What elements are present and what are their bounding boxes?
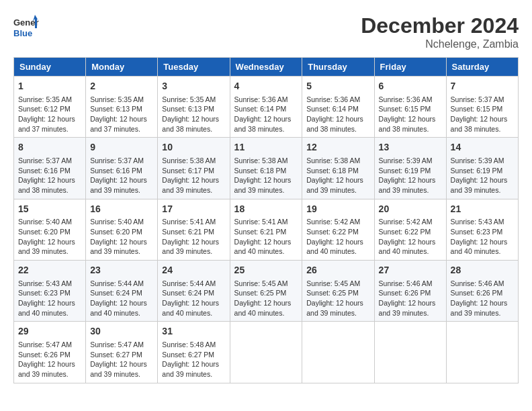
calendar-week-row: 15Sunrise: 5:40 AMSunset: 6:20 PMDayligh… [14,199,519,260]
sunset-text: Sunset: 6:14 PM [306,105,359,113]
daylight-text: Daylight: 12 hours and 40 minutes. [90,299,147,317]
daylight-text: Daylight: 12 hours and 40 minutes. [451,238,508,256]
daylight-text: Daylight: 12 hours and 40 minutes. [162,299,219,317]
calendar-cell: 19Sunrise: 5:42 AMSunset: 6:22 PMDayligh… [302,199,374,260]
day-number: 10 [162,141,225,154]
sunset-text: Sunset: 6:18 PM [306,167,359,175]
sunrise-text: Sunrise: 5:45 AM [306,279,360,287]
calendar-cell: 8Sunrise: 5:37 AMSunset: 6:16 PMDaylight… [14,138,86,199]
logo-svg: General Blue [13,13,39,40]
calendar-cell: 27Sunrise: 5:46 AMSunset: 6:26 PMDayligh… [374,261,446,322]
sunrise-text: Sunrise: 5:37 AM [451,95,504,103]
daylight-text: Daylight: 12 hours and 37 minutes. [90,115,147,133]
calendar-cell: 16Sunrise: 5:40 AMSunset: 6:20 PMDayligh… [86,199,158,260]
sunrise-text: Sunrise: 5:43 AM [451,218,504,226]
daylight-text: Daylight: 12 hours and 39 minutes. [18,360,75,378]
calendar-day-header: Monday [86,58,158,77]
calendar-week-row: 29Sunrise: 5:47 AMSunset: 6:26 PMDayligh… [14,322,519,383]
daylight-text: Daylight: 12 hours and 39 minutes. [234,176,292,194]
day-number: 18 [234,203,298,216]
calendar-cell: 11Sunrise: 5:38 AMSunset: 6:18 PMDayligh… [230,138,302,199]
day-number: 3 [162,80,225,93]
calendar-cell: 15Sunrise: 5:40 AMSunset: 6:20 PMDayligh… [14,199,86,260]
daylight-text: Daylight: 12 hours and 39 minutes. [90,360,147,378]
day-number: 13 [379,141,442,154]
day-number: 29 [18,325,81,338]
title-area: December 2024 Nchelenge, Zambia [361,13,519,50]
calendar-day-header: Thursday [302,58,374,77]
day-number: 6 [379,80,442,93]
sunrise-text: Sunrise: 5:35 AM [18,95,72,103]
day-number: 17 [162,203,225,216]
calendar-cell: 3Sunrise: 5:35 AMSunset: 6:13 PMDaylight… [158,77,230,138]
calendar-cell [230,322,302,383]
sunrise-text: Sunrise: 5:38 AM [162,156,216,165]
calendar-cell: 6Sunrise: 5:36 AMSunset: 6:15 PMDaylight… [374,77,446,138]
calendar-body: 1Sunrise: 5:35 AMSunset: 6:12 PMDaylight… [14,77,519,383]
calendar-cell: 10Sunrise: 5:38 AMSunset: 6:17 PMDayligh… [158,138,230,199]
calendar-cell: 12Sunrise: 5:38 AMSunset: 6:18 PMDayligh… [302,138,374,199]
sunrise-text: Sunrise: 5:46 AM [379,279,433,287]
calendar-cell: 9Sunrise: 5:37 AMSunset: 6:16 PMDaylight… [86,138,158,199]
sunset-text: Sunset: 6:27 PM [162,351,214,359]
calendar-day-header: Sunday [14,58,86,77]
daylight-text: Daylight: 12 hours and 40 minutes. [18,299,75,317]
daylight-text: Daylight: 12 hours and 40 minutes. [234,299,292,317]
calendar-day-header: Saturday [446,58,518,77]
day-number: 15 [18,203,81,216]
calendar-cell: 24Sunrise: 5:44 AMSunset: 6:24 PMDayligh… [158,261,230,322]
sunrise-text: Sunrise: 5:37 AM [18,156,72,165]
day-number: 11 [234,141,298,154]
calendar-cell: 14Sunrise: 5:39 AMSunset: 6:19 PMDayligh… [446,138,518,199]
sunset-text: Sunset: 6:18 PM [234,167,287,175]
calendar-cell [302,322,374,383]
sunset-text: Sunset: 6:23 PM [18,289,71,297]
calendar-week-row: 8Sunrise: 5:37 AMSunset: 6:16 PMDaylight… [14,138,519,199]
sunrise-text: Sunrise: 5:37 AM [90,156,144,165]
day-number: 25 [234,264,298,277]
daylight-text: Daylight: 12 hours and 39 minutes. [90,176,147,194]
calendar-week-row: 1Sunrise: 5:35 AMSunset: 6:12 PMDaylight… [14,77,519,138]
day-number: 28 [451,264,514,277]
sunrise-text: Sunrise: 5:43 AM [18,279,72,287]
sunrise-text: Sunrise: 5:35 AM [162,95,216,103]
sunrise-text: Sunrise: 5:38 AM [306,156,360,165]
sunset-text: Sunset: 6:16 PM [18,167,71,175]
calendar-cell: 30Sunrise: 5:47 AMSunset: 6:27 PMDayligh… [86,322,158,383]
day-number: 20 [379,203,442,216]
calendar-cell: 26Sunrise: 5:45 AMSunset: 6:25 PMDayligh… [302,261,374,322]
sunset-text: Sunset: 6:25 PM [306,289,359,297]
day-number: 22 [18,264,81,277]
calendar-cell: 28Sunrise: 5:46 AMSunset: 6:26 PMDayligh… [446,261,518,322]
day-number: 21 [451,203,514,216]
calendar-cell: 2Sunrise: 5:35 AMSunset: 6:13 PMDaylight… [86,77,158,138]
sunset-text: Sunset: 6:12 PM [18,105,71,113]
calendar-header-row: SundayMondayTuesdayWednesdayThursdayFrid… [14,58,519,77]
daylight-text: Daylight: 12 hours and 38 minutes. [379,115,436,133]
sunrise-text: Sunrise: 5:44 AM [162,279,216,287]
daylight-text: Daylight: 12 hours and 39 minutes. [18,238,75,256]
sunset-text: Sunset: 6:15 PM [379,105,431,113]
sunrise-text: Sunrise: 5:40 AM [90,218,144,226]
sunset-text: Sunset: 6:13 PM [162,105,214,113]
svg-text:Blue: Blue [13,28,32,38]
daylight-text: Daylight: 12 hours and 39 minutes. [451,176,508,194]
daylight-text: Daylight: 12 hours and 39 minutes. [379,176,436,194]
daylight-text: Daylight: 12 hours and 39 minutes. [306,299,363,317]
day-number: 5 [306,80,369,93]
calendar-cell: 29Sunrise: 5:47 AMSunset: 6:26 PMDayligh… [14,322,86,383]
calendar-cell: 4Sunrise: 5:36 AMSunset: 6:14 PMDaylight… [230,77,302,138]
sunset-text: Sunset: 6:20 PM [18,228,71,236]
daylight-text: Daylight: 12 hours and 38 minutes. [306,115,363,133]
calendar-cell: 18Sunrise: 5:41 AMSunset: 6:21 PMDayligh… [230,199,302,260]
sunset-text: Sunset: 6:15 PM [451,105,503,113]
calendar-cell: 7Sunrise: 5:37 AMSunset: 6:15 PMDaylight… [446,77,518,138]
daylight-text: Daylight: 12 hours and 39 minutes. [90,238,147,256]
sunset-text: Sunset: 6:22 PM [306,228,359,236]
day-number: 9 [90,141,153,154]
daylight-text: Daylight: 12 hours and 38 minutes. [162,115,219,133]
calendar-cell: 13Sunrise: 5:39 AMSunset: 6:19 PMDayligh… [374,138,446,199]
sunset-text: Sunset: 6:21 PM [234,228,287,236]
calendar-cell: 1Sunrise: 5:35 AMSunset: 6:12 PMDaylight… [14,77,86,138]
calendar-day-header: Wednesday [230,58,302,77]
